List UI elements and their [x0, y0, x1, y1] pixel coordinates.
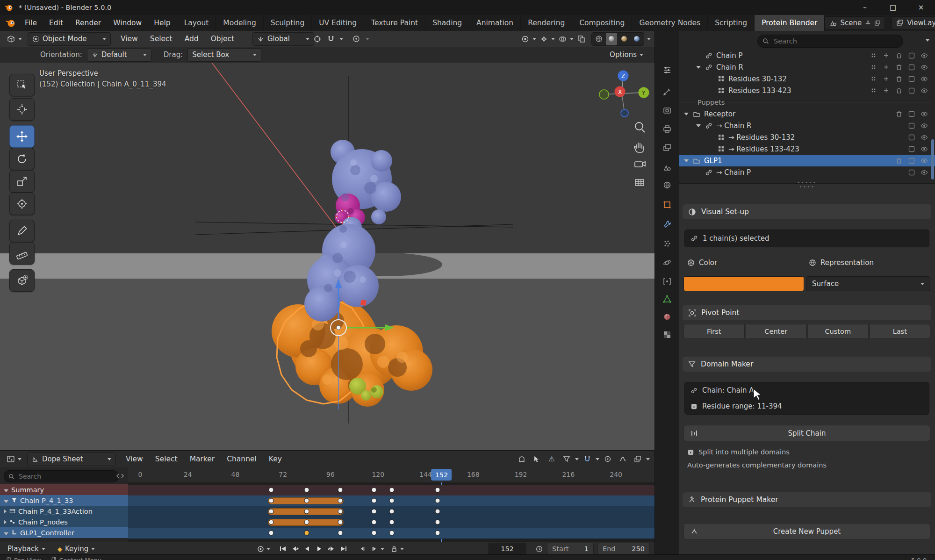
options-dropdown[interactable]: Options	[606, 49, 647, 61]
checkbox-icon[interactable]	[905, 158, 918, 164]
keyframe-dot[interactable]	[268, 509, 273, 514]
tab-output-icon[interactable]	[662, 123, 673, 135]
shading-options-chevron-icon[interactable]	[647, 38, 651, 40]
checkbox-icon[interactable]	[905, 134, 918, 141]
chevron-down-icon[interactable]	[532, 38, 536, 40]
keyframe-band-glp1-controller[interactable]	[128, 528, 654, 539]
blender-menu-icon[interactable]	[6, 18, 16, 28]
channel-chain-p-4-1-33action[interactable]: Chain P_4_1_33Action	[0, 506, 128, 517]
tab-world-icon[interactable]	[662, 179, 673, 191]
channel-glp1-controller[interactable]: GLP1_Controller	[0, 527, 128, 538]
chevron-down-icon[interactable]	[646, 458, 650, 460]
viewport-menu-object[interactable]: Object	[205, 31, 240, 47]
outliner-filter-chevron-icon[interactable]	[926, 39, 929, 42]
menu-window[interactable]: Window	[107, 15, 148, 31]
tab-object-icon[interactable]	[662, 199, 673, 210]
shading-material-icon[interactable]	[619, 33, 630, 45]
tool-move[interactable]	[9, 125, 35, 148]
expander-icon[interactable]	[682, 113, 691, 115]
lock-range-icon[interactable]	[388, 543, 400, 554]
keyframe-band-chain-p-4-1-33[interactable]	[128, 495, 654, 507]
keyframe-dot[interactable]	[338, 498, 343, 503]
keyframe-dot[interactable]	[338, 509, 343, 514]
filter-funnel-icon[interactable]	[560, 453, 573, 466]
new-scene-icon[interactable]	[874, 20, 880, 26]
eye-icon[interactable]	[918, 87, 930, 94]
trash-icon[interactable]	[892, 75, 905, 82]
expander-icon[interactable]	[4, 486, 8, 494]
ds-menu-key[interactable]: Key	[263, 451, 288, 467]
checkbox-icon[interactable]	[905, 76, 918, 82]
split-chain-button[interactable]: Split Chain	[683, 425, 930, 441]
current-frame-badge[interactable]: 152	[431, 469, 452, 481]
workspace-tab-scripting[interactable]: Scripting	[708, 15, 755, 31]
start-frame-field[interactable]: Start 1	[547, 543, 594, 555]
channel-summary[interactable]: Summary	[0, 484, 128, 495]
tab-constraints-icon[interactable]	[662, 276, 673, 287]
expander-icon[interactable]	[694, 124, 703, 127]
overlays-icon[interactable]	[556, 33, 569, 45]
ds-editor-type-button[interactable]	[3, 453, 25, 466]
chevron-down-icon[interactable]	[381, 548, 384, 550]
end-frame-field[interactable]: End 250	[597, 543, 650, 555]
minimize-button[interactable]: –	[851, 0, 879, 15]
tab-texture-icon[interactable]	[662, 329, 673, 340]
pivot-last-button[interactable]: Last	[870, 324, 931, 339]
keyframe-dot[interactable]	[435, 520, 440, 525]
eye-icon[interactable]	[918, 145, 930, 153]
transform-orientation-dropdown[interactable]: Global	[252, 32, 314, 46]
falloff-chevron-icon[interactable]	[366, 38, 369, 40]
pivot-custom-button[interactable]: Custom	[807, 324, 869, 339]
frame-back-button[interactable]	[356, 543, 368, 554]
panel-pivot-point-header[interactable]: Pivot Point	[683, 305, 931, 320]
workspace-tab-texture-paint[interactable]: Texture Paint	[364, 15, 425, 31]
viewport-menu-add[interactable]: Add	[179, 31, 205, 47]
keyframe-dot[interactable]	[435, 509, 440, 514]
add-icon[interactable]	[880, 76, 892, 82]
object-visibility-icon[interactable]	[518, 33, 532, 45]
outliner-item-receptor[interactable]: Receptor	[679, 108, 935, 120]
channel-chain-p-nodes[interactable]: Chain P_nodes	[0, 517, 128, 527]
keyframe-dot[interactable]	[389, 509, 395, 514]
outliner-item-residues-133-423[interactable]: Residues 133-423	[679, 85, 935, 96]
outliner-item-residues-30-132[interactable]: → Residues 30-132	[679, 131, 935, 143]
snap-keys-icon[interactable]	[581, 453, 594, 466]
trash-icon[interactable]	[892, 64, 905, 71]
tab-particles-icon[interactable]	[662, 238, 673, 250]
tool-add-primitive[interactable]	[9, 269, 35, 292]
keyframe-band-chain-p-4-1-33action[interactable]	[128, 506, 654, 517]
tool-scale[interactable]	[9, 170, 35, 193]
expander-icon[interactable]	[4, 529, 8, 537]
keying-popover[interactable]: ◆ Keying	[54, 543, 99, 555]
tab-viewlayer-icon[interactable]	[662, 142, 673, 153]
ds-menu-channel[interactable]: Channel	[221, 451, 263, 467]
prev-keyframe-button[interactable]	[289, 543, 301, 554]
tab-material-icon[interactable]	[662, 311, 673, 323]
expander-icon[interactable]	[4, 508, 7, 515]
eye-icon[interactable]	[918, 134, 930, 141]
ds-menu-select[interactable]: Select	[149, 451, 184, 467]
snap-magnet-icon[interactable]	[324, 33, 338, 45]
ds-timeline-ruler[interactable]: 152 024487296120144168192216240	[128, 467, 654, 483]
editor-selector-icon[interactable]	[662, 65, 673, 76]
eye-icon[interactable]	[918, 122, 930, 129]
outliner-item-chain-r[interactable]: Chain R	[679, 61, 935, 73]
keyframe-dot[interactable]	[268, 488, 273, 493]
snap-options-chevron-icon[interactable]	[339, 38, 343, 40]
keyframe-dot[interactable]	[389, 498, 395, 503]
chevron-down-icon[interactable]	[551, 38, 555, 40]
channel-chain-p-4-1-33[interactable]: Chain P_4_1_33	[0, 495, 128, 506]
ds-menu-marker[interactable]: Marker	[184, 451, 221, 467]
viewport-menu-view[interactable]: View	[115, 31, 144, 47]
create-new-puppet-button[interactable]: Create New Puppet	[683, 523, 930, 539]
tool-annotate[interactable]	[9, 220, 35, 242]
add-icon[interactable]	[880, 87, 892, 93]
outliner-item-chain-r[interactable]: → Chain R	[679, 120, 935, 131]
chevron-down-icon[interactable]	[575, 458, 579, 460]
orientation-default-dropdown[interactable]: Default	[87, 48, 151, 62]
dots-icon[interactable]	[867, 76, 880, 82]
keyframe-dot[interactable]	[372, 509, 377, 514]
snap-target-icon[interactable]	[310, 33, 324, 45]
tool-rotate[interactable]	[9, 148, 35, 170]
jump-to-start-button[interactable]	[277, 543, 289, 554]
